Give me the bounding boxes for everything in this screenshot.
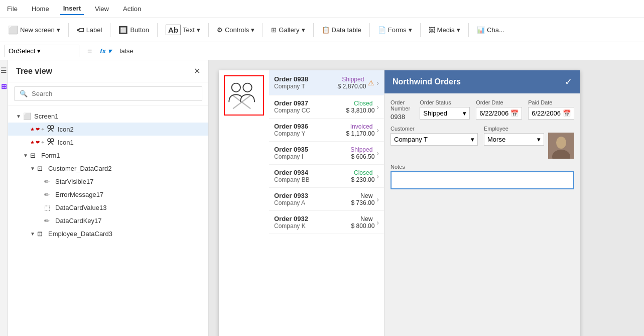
new-screen-button[interactable]: ⬜ New screen: [4, 23, 64, 37]
order-company-0933: Company A: [274, 199, 344, 206]
order-row-0937[interactable]: Order 0937 Company CC Closed $ 3,810.00 …: [269, 95, 384, 119]
tree-item-employee-datacard3[interactable]: ▼ ⊡ Employee_DataCard3: [8, 227, 208, 240]
order-number-label: Order Number: [391, 99, 414, 111]
formula-value[interactable]: false: [115, 46, 640, 56]
order-date-field: Order Date 6/22/2006 📅: [476, 99, 522, 121]
formula-selector[interactable]: OnSelect: [4, 45, 79, 57]
toolbar-separator-6: [313, 23, 314, 37]
order-status-0932: New: [360, 215, 372, 222]
order-row-0932[interactable]: Order 0932 Company K New $ 800.00 ›: [269, 211, 384, 234]
forms-icon: 📄: [378, 26, 386, 34]
order-info-0932: Order 0932 Company K: [274, 215, 344, 230]
order-status-dropdown-chevron: [463, 109, 466, 117]
order-row-0934[interactable]: Order 0934 Company BB Closed $ 230.00 ›: [269, 165, 384, 188]
text-icon: Ab: [166, 25, 181, 35]
order-row-0938[interactable]: Order 0938 Company T Shipped $ 2,870.00 …: [269, 70, 384, 95]
detail-title: Northwind Orders: [393, 77, 461, 86]
button-button[interactable]: 🔲 Button: [114, 24, 153, 37]
tree-item-datacardvalue13[interactable]: ⬚ DataCardValue13: [8, 201, 208, 214]
notes-input[interactable]: [391, 171, 574, 189]
search-input[interactable]: [32, 90, 197, 97]
order-date-input[interactable]: 6/22/2006 📅: [476, 107, 522, 120]
detail-panel: Northwind Orders ✓ Order Number 0938 Ord…: [384, 70, 580, 336]
tree-label-customer-datacard2: Customer_DataCard2: [48, 165, 111, 172]
data-table-button[interactable]: 📋 Data table: [318, 24, 365, 36]
sidebar-header: Tree view ✕: [8, 60, 208, 82]
canvas-area: Order 0938 Company T Shipped $ 2,870.00 …: [209, 60, 644, 336]
icon2-star-badge: ★: [30, 127, 35, 132]
customer-datacard2-icon: ⊡: [37, 165, 46, 172]
search-box: 🔍: [14, 86, 202, 101]
order-status-dropdown[interactable]: Shipped: [420, 107, 470, 120]
paid-date-label: Paid Date: [528, 99, 574, 105]
forms-label: Forms: [388, 26, 407, 34]
order-amount-0932: $ 800.00: [344, 222, 374, 230]
new-screen-chevron-icon: [57, 26, 60, 34]
tree-arrow-form1: ▼: [23, 153, 30, 158]
new-screen-icon: ⬜: [8, 25, 18, 35]
text-button[interactable]: Ab Text: [162, 23, 204, 37]
chart-button[interactable]: 📊 Cha...: [473, 24, 508, 36]
label-button[interactable]: 🏷 Label: [73, 24, 106, 36]
order-company-0934: Company BB: [274, 176, 344, 183]
tree-item-icon1[interactable]: ★ ❤ ✦ Icon1: [8, 136, 208, 149]
menu-view[interactable]: View: [92, 3, 112, 15]
tree-label-form1: Form1: [41, 152, 60, 159]
button-label: Button: [130, 26, 149, 34]
paid-date-value: 6/22/2006: [532, 109, 561, 117]
menu-file[interactable]: File: [4, 3, 21, 15]
media-icon: 🖼: [429, 26, 435, 34]
employee-dropdown-chevron: [537, 136, 541, 143]
button-icon: 🔲: [118, 26, 128, 35]
data-table-label: Data table: [332, 26, 361, 34]
tree-item-customer-datacard2[interactable]: ▼ ⊡ Customer_DataCard2: [8, 162, 208, 175]
order-info-0936: Order 0936 Company Y: [274, 123, 344, 137]
order-row-0933[interactable]: Order 0933 Company A New $ 736.00 ›: [269, 188, 384, 211]
icon1-icon: [47, 138, 56, 147]
sidebar-close-button[interactable]: ✕: [194, 66, 200, 76]
sidebar: Tree view ✕ 🔍 ▼ ⬜ Screen1 ★: [8, 60, 209, 336]
order-row-0935[interactable]: Order 0935 Company I Shipped $ 606.50 ›: [269, 142, 384, 165]
tree-item-datacardkey17[interactable]: ✏ DataCardKey17: [8, 214, 208, 227]
gallery-icon: ⊞: [271, 26, 277, 34]
tree-item-screen1[interactable]: ▼ ⬜ Screen1: [8, 109, 208, 123]
tree-label-datacardvalue13: DataCardValue13: [55, 204, 106, 211]
search-icon: 🔍: [20, 90, 28, 97]
order-number-0938: Order 0938: [274, 75, 336, 83]
form1-icon: ⊟: [30, 152, 39, 159]
menu-home[interactable]: Home: [29, 3, 52, 15]
customer-dropdown[interactable]: Company T: [391, 133, 478, 146]
formula-fx[interactable]: fx: [100, 47, 111, 55]
tree-item-errormessage17[interactable]: ✏ ErrorMessage17: [8, 188, 208, 201]
order-date-label: Order Date: [476, 99, 522, 105]
text-chevron-icon: [197, 26, 200, 34]
order-amount-0934: $ 230.00: [344, 176, 374, 183]
tree-item-icon2[interactable]: ★ ❤ ✦ Icon2: [8, 123, 208, 136]
order-arrow-0935: ›: [376, 149, 379, 157]
paid-date-input[interactable]: 6/22/2006 📅: [528, 107, 574, 120]
order-number-field: Order Number 0938: [391, 99, 414, 121]
employee-dropdown[interactable]: Morse: [484, 133, 544, 146]
order-row-0936[interactable]: Order 0936 Company Y Invoiced $ 1,170.00…: [269, 119, 384, 142]
detail-check-icon: ✓: [565, 76, 572, 87]
controls-button[interactable]: ⚙ Controls: [213, 24, 259, 36]
order-company-0932: Company K: [274, 222, 344, 230]
formula-bar: OnSelect = fx false: [0, 42, 644, 60]
gallery-button[interactable]: ⊞ Gallery: [267, 24, 309, 36]
order-company-0937: Company CC: [274, 107, 344, 114]
tree-item-starvisible17[interactable]: ✏ StarVisible17: [8, 175, 208, 188]
media-button[interactable]: 🖼 Media: [425, 24, 464, 36]
layers-icon[interactable]: ⊞: [0, 80, 9, 92]
orders-panel: Order 0938 Company T Shipped $ 2,870.00 …: [269, 70, 384, 336]
tree-item-form1[interactable]: ▼ ⊟ Form1: [8, 149, 208, 162]
forms-button[interactable]: 📄 Forms: [374, 24, 416, 36]
media-label: Media: [437, 26, 455, 34]
icon-selection-box[interactable]: [224, 75, 264, 116]
toolbar: ⬜ New screen 🏷 Label 🔲 Button Ab Text ⚙ …: [0, 18, 644, 42]
menu-insert[interactable]: Insert: [60, 3, 84, 15]
order-status-0937: Closed: [354, 100, 372, 107]
svg-point-8: [232, 83, 241, 92]
menu-action[interactable]: Action: [120, 3, 144, 15]
order-status-0938: Shipped: [342, 76, 364, 83]
order-amount-0933: $ 736.00: [344, 199, 374, 206]
